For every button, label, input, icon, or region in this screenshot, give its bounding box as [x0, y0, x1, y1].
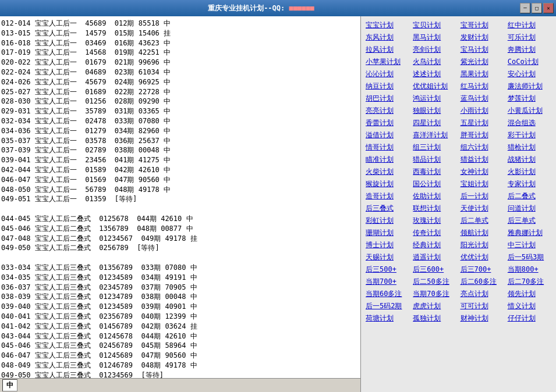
plan-link[interactable]: 战猪计划 [507, 154, 553, 165]
plan-link[interactable]: 独眼计划 [412, 105, 458, 116]
plan-link[interactable]: 胡巴计划 [364, 93, 410, 104]
plan-link[interactable]: 珊瑚计划 [364, 227, 410, 238]
plan-link[interactable]: 仔仔计划 [507, 313, 553, 324]
plan-link[interactable]: 中三计划 [507, 240, 553, 251]
plan-link[interactable]: 经典计划 [412, 240, 458, 251]
plan-link[interactable]: 廉法师计划 [507, 81, 553, 92]
plan-link[interactable]: 后一5码3期 [507, 252, 553, 263]
plan-link[interactable]: 后二叠式 [507, 191, 553, 202]
plan-link[interactable]: 宝哥计划 [459, 20, 505, 31]
plan-link[interactable]: 紫光计划 [459, 56, 505, 67]
plan-link[interactable]: 问道计划 [507, 203, 553, 214]
plan-link[interactable]: 四星计划 [412, 117, 458, 129]
plan-link[interactable]: 荷塘计划 [364, 313, 410, 324]
plan-link[interactable]: 彩干计划 [507, 130, 553, 141]
plan-link[interactable]: 后二单式 [459, 215, 505, 226]
plan-link[interactable]: 领先计划 [507, 288, 553, 300]
plan-link[interactable]: 宝姐计划 [459, 179, 505, 190]
plan-link[interactable]: 后三600+ [412, 264, 458, 275]
plan-link[interactable]: 亮剑计划 [412, 44, 458, 55]
plan-link[interactable]: 小雨计划 [459, 105, 505, 116]
minimize-button[interactable]: ─ [520, 3, 530, 13]
plan-link[interactable]: 沁沁计划 [364, 69, 410, 80]
plan-link[interactable]: 后二70多注 [507, 276, 553, 287]
plan-link[interactable]: 当期60多注 [364, 288, 410, 300]
plan-link[interactable]: 孤独计划 [412, 313, 458, 324]
plan-link[interactable]: 后二60多注 [459, 276, 505, 287]
plan-link[interactable]: 专家计划 [507, 179, 553, 190]
plan-link[interactable]: 喜洋洋计划 [412, 130, 458, 141]
plan-link[interactable]: 造哥计划 [364, 191, 410, 202]
plan-link[interactable]: 猎益计划 [459, 154, 505, 165]
plan-link[interactable]: 虎虎计划 [412, 301, 458, 312]
plan-link[interactable]: 阳光计划 [459, 240, 505, 251]
plan-link[interactable]: 蓝鸟计划 [459, 93, 505, 104]
plan-link[interactable]: 香蕾计划 [364, 117, 410, 129]
plan-link[interactable]: 情哥计划 [364, 142, 410, 153]
plan-link[interactable]: 后一计划 [459, 191, 505, 202]
plan-link[interactable]: CoCo计划 [507, 56, 553, 67]
plan-link[interactable]: 玫瑰计划 [412, 215, 458, 226]
plan-link[interactable]: 红中计划 [507, 20, 553, 31]
plan-link[interactable]: 瞄准计划 [364, 154, 410, 165]
plan-link[interactable]: 后二50多注 [412, 276, 458, 287]
plan-link[interactable]: 拉风计划 [364, 44, 410, 55]
plan-link[interactable]: 财神计划 [459, 313, 505, 324]
plan-link[interactable]: 宝宝计划 [364, 20, 410, 31]
plan-link[interactable]: 黑果计划 [459, 69, 505, 80]
plan-link[interactable]: 女神计划 [459, 166, 505, 177]
plan-link[interactable]: 组三计划 [412, 142, 458, 153]
plan-link[interactable]: 火柴计划 [364, 166, 410, 177]
plan-link[interactable]: 传奇计划 [412, 227, 458, 238]
plan-link[interactable]: 优优计划 [459, 252, 505, 263]
plan-link[interactable]: 当期700+ [364, 276, 410, 287]
plan-link[interactable]: 国公计划 [412, 179, 458, 190]
plan-link[interactable]: 五星计划 [459, 117, 505, 129]
plan-link[interactable]: 黑马计划 [412, 32, 458, 43]
plan-link[interactable]: 宝贝计划 [412, 20, 458, 31]
plan-link[interactable]: 逍遥计划 [412, 252, 458, 263]
plan-link[interactable]: 佐助计划 [412, 191, 458, 202]
plan-link[interactable]: 天使计划 [459, 203, 505, 214]
plan-link[interactable]: 纳豆计划 [364, 81, 410, 92]
plan-link[interactable]: 红马计划 [459, 81, 505, 92]
plan-link[interactable]: 优优姐计划 [412, 81, 458, 92]
plan-link[interactable]: 后三500+ [364, 264, 410, 275]
plan-link[interactable]: 博士计划 [364, 240, 410, 251]
plan-link[interactable]: 后三700+ [459, 264, 505, 275]
plan-link[interactable]: 小苹果计划 [364, 56, 410, 67]
plan-link[interactable]: 胖哥计划 [459, 130, 505, 141]
plan-link[interactable]: 奔腾计划 [507, 44, 553, 55]
plan-link[interactable]: 火鸟计划 [412, 56, 458, 67]
plan-link[interactable]: 可乐计划 [507, 32, 553, 43]
plan-link[interactable]: 发财计划 [459, 32, 505, 43]
plan-link[interactable]: 可可计划 [459, 301, 505, 312]
plan-link[interactable]: 亮点计划 [459, 288, 505, 300]
plan-link[interactable]: 当期70多注 [412, 288, 458, 300]
plan-link[interactable]: 后三叠式 [364, 203, 410, 214]
plan-link[interactable]: 宝马计划 [459, 44, 505, 55]
plan-link[interactable]: 亮亮计划 [364, 105, 410, 116]
plan-link[interactable]: 混合组选 [507, 117, 553, 129]
plan-link[interactable]: 猎品计划 [412, 154, 458, 165]
plan-link[interactable]: 述述计划 [412, 69, 458, 80]
plan-link[interactable]: 天赐计划 [364, 252, 410, 263]
plan-link[interactable]: 猎枪计划 [507, 142, 553, 153]
plan-link[interactable]: 联想计划 [412, 203, 458, 214]
plan-link[interactable]: 火影计划 [507, 166, 553, 177]
plan-link[interactable]: 雅典娜计划 [507, 227, 553, 238]
plan-link[interactable]: 梦莲计划 [507, 93, 553, 104]
maximize-button[interactable]: □ [532, 3, 542, 13]
plan-link[interactable]: 猴旋计划 [364, 179, 410, 190]
plan-link[interactable]: 安心计划 [507, 69, 553, 80]
plan-link[interactable]: 当期800+ [507, 264, 553, 275]
plan-link[interactable]: 组六计划 [459, 142, 505, 153]
plan-link[interactable]: 小黄瓜计划 [507, 105, 553, 116]
plan-link[interactable]: 溢借计划 [364, 130, 410, 141]
plan-link[interactable]: 惜义计划 [507, 301, 553, 312]
plan-link[interactable]: 西毒计划 [412, 166, 458, 177]
plan-text-area[interactable]: 012-014 宝宝人工后一 45689 012期 85518 中 013-01… [0, 16, 360, 378]
plan-link[interactable]: 东风计划 [364, 32, 410, 43]
plan-link[interactable]: 领航计划 [459, 227, 505, 238]
plan-link[interactable]: 彩虹计划 [364, 215, 410, 226]
